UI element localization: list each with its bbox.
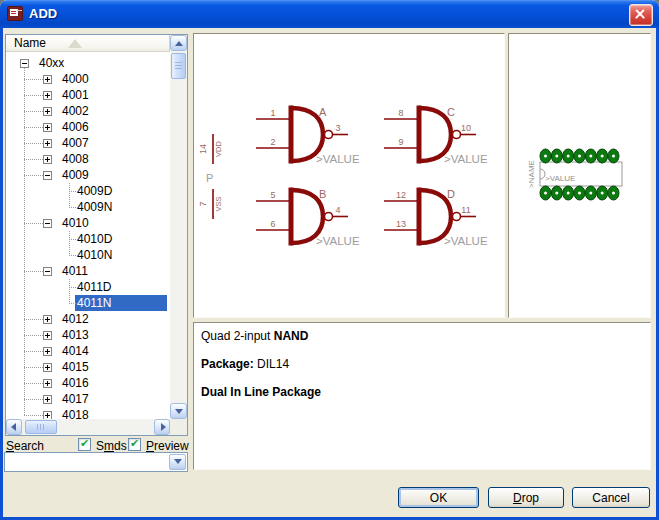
tree-item-4010N[interactable]: 4010N [6,247,170,263]
svg-text:B: B [319,188,326,200]
tree-horizontal-scrollbar[interactable] [6,419,170,435]
tree-item-4010D[interactable]: 4010D [6,231,170,247]
part-tree-panel: Name 40xx4000400140024006400740084009400… [5,34,188,436]
tree-item-label: 40xx [37,55,66,71]
search-label: Search [6,439,44,453]
nand-symbol-drawing: 123A>VALUE8910C>VALUE564B>VALUE121311D>V… [194,34,504,317]
chevron-down-icon [174,459,182,464]
expand-toggle-icon[interactable] [43,347,52,356]
svg-text:14: 14 [198,144,208,154]
expand-toggle-icon[interactable] [43,363,52,372]
search-input-value[interactable] [9,455,167,469]
tree-column-header[interactable]: Name [6,35,170,52]
tree-item-label: 4000 [60,71,91,87]
expand-toggle-icon[interactable] [43,395,52,404]
tree-item-4008[interactable]: 4008 [6,151,170,167]
search-combobox[interactable] [4,452,188,472]
expand-toggle-icon[interactable] [43,155,52,164]
combo-dropdown-button[interactable] [169,454,186,470]
tree-item-label: 4010 [60,215,91,231]
tree-item-4012[interactable]: 4012 [6,311,170,327]
scroll-down-button[interactable] [170,403,187,419]
svg-text:11: 11 [461,205,470,215]
smds-checkbox-label[interactable]: Smds [96,439,127,453]
svg-text:A: A [319,106,327,118]
tree-item-label: 4008 [60,151,91,167]
svg-text:>VALUE: >VALUE [316,153,360,165]
tree-item-4017[interactable]: 4017 [6,391,170,407]
collapse-toggle-icon[interactable] [20,59,29,68]
arrow-down-icon [175,409,183,414]
expand-toggle-icon[interactable] [43,331,52,340]
tree-item-4011[interactable]: 4011 [6,263,170,279]
tree-item-4015[interactable]: 4015 [6,359,170,375]
svg-text:1: 1 [270,108,275,118]
smds-checkbox[interactable]: ✔ [78,438,91,451]
description-line: Dual In Line Package [201,385,643,399]
tree-item-4013[interactable]: 4013 [6,327,170,343]
expand-toggle-icon[interactable] [43,107,52,116]
svg-text:5: 5 [270,190,275,200]
tree-item-4016[interactable]: 4016 [6,375,170,391]
svg-text:4: 4 [335,205,340,215]
close-button[interactable] [629,4,653,26]
svg-text:P: P [206,172,213,184]
collapse-toggle-icon[interactable] [43,219,52,228]
tree-item-4009N[interactable]: 4009N [6,199,170,215]
expand-toggle-icon[interactable] [43,379,52,388]
tree-item-label: 4010D [75,231,114,247]
svg-text:7: 7 [198,201,208,206]
arrow-right-icon [161,423,166,431]
expand-toggle-icon[interactable] [43,315,52,324]
tree-item-label: 4011D [75,279,113,295]
preview-checkbox[interactable]: ✔ [128,438,141,451]
tree-item-4014[interactable]: 4014 [6,343,170,359]
scroll-up-button[interactable] [170,35,187,51]
ok-button[interactable]: OK [398,487,479,508]
svg-text:10: 10 [461,123,471,133]
drop-button[interactable]: Drop [488,487,564,508]
svg-text:3: 3 [335,123,340,133]
tree-item-4018[interactable]: 4018 [6,407,170,419]
horizontal-scroll-thumb[interactable] [25,420,57,434]
tree-item-4010[interactable]: 4010 [6,215,170,231]
tree-item-4011D[interactable]: 4011D [6,279,170,295]
tree-item-label: 4002 [60,103,91,119]
tree-item-label: 4014 [60,343,91,359]
tree-item-4009[interactable]: 4009 [6,167,170,183]
tree-item-label: 4010N [75,247,114,263]
cancel-button[interactable]: Cancel [572,487,650,508]
tree-item-4002[interactable]: 4002 [6,103,170,119]
tree-item-40xx[interactable]: 40xx [6,55,170,71]
title-bar[interactable]: ADD [0,0,659,28]
tree-item-4006[interactable]: 4006 [6,119,170,135]
vertical-scroll-thumb[interactable] [171,53,186,79]
tree-item-label: 4009D [75,183,114,199]
svg-text:>VALUE: >VALUE [545,174,575,183]
preview-checkbox-label[interactable]: Preview [146,439,189,453]
tree-vertical-scrollbar[interactable] [170,35,187,419]
tree-item-4009D[interactable]: 4009D [6,183,170,199]
svg-text:D: D [447,188,455,200]
tree-item-4001[interactable]: 4001 [6,87,170,103]
tree-item-label: 4016 [60,375,91,391]
expand-toggle-icon[interactable] [43,123,52,132]
part-tree[interactable]: 40xx40004001400240064007400840094009D400… [6,52,170,419]
tree-item-4007[interactable]: 4007 [6,135,170,151]
tree-item-label: 4017 [60,391,91,407]
arrow-left-icon [11,423,16,431]
tree-item-4000[interactable]: 4000 [6,71,170,87]
collapse-toggle-icon[interactable] [43,267,52,276]
expand-toggle-icon[interactable] [43,75,52,84]
scroll-right-button[interactable] [154,419,170,435]
expand-toggle-icon[interactable] [43,411,52,420]
expand-toggle-icon[interactable] [43,139,52,148]
check-icon: ✔ [79,437,90,450]
tree-item-label: 4015 [60,359,91,375]
scroll-left-button[interactable] [6,419,22,435]
tree-item-4011N[interactable]: 4011N [6,295,170,311]
sort-ascending-icon [68,39,82,48]
expand-toggle-icon[interactable] [43,91,52,100]
svg-text:VDD: VDD [214,141,223,157]
collapse-toggle-icon[interactable] [43,171,52,180]
